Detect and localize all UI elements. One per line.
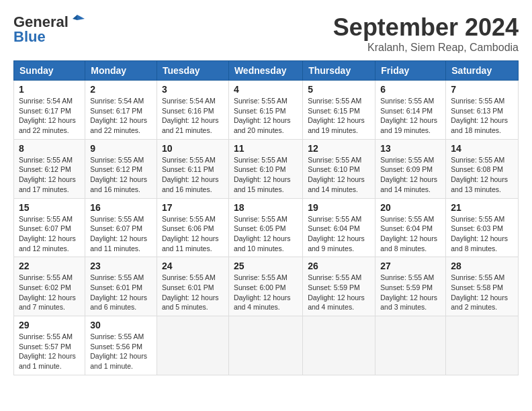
day-info: Sunrise: 5:55 AM Sunset: 6:04 PM Dayligh… [308, 214, 370, 254]
logo-bird-icon [70, 13, 85, 28]
day-info: Sunrise: 5:55 AM Sunset: 6:12 PM Dayligh… [19, 155, 80, 195]
day-info: Sunrise: 5:55 AM Sunset: 6:08 PM Dayligh… [451, 155, 513, 195]
calendar-cell: 4Sunrise: 5:55 AM Sunset: 6:15 PM Daylig… [228, 81, 302, 140]
day-number: 6 [380, 84, 441, 95]
day-number: 18 [234, 202, 298, 213]
day-number: 28 [451, 261, 513, 271]
calendar-cell [303, 316, 375, 375]
calendar-cell: 14Sunrise: 5:55 AM Sunset: 6:08 PM Dayli… [446, 139, 519, 198]
weekday-header-tuesday: Tuesday [157, 61, 228, 81]
day-number: 22 [19, 261, 80, 271]
day-number: 16 [90, 202, 152, 213]
day-info: Sunrise: 5:54 AM Sunset: 6:17 PM Dayligh… [90, 96, 152, 136]
calendar-table: SundayMondayTuesdayWednesdayThursdayFrid… [13, 60, 519, 375]
calendar-cell: 17Sunrise: 5:55 AM Sunset: 6:06 PM Dayli… [157, 198, 228, 257]
calendar-cell: 29Sunrise: 5:55 AM Sunset: 5:57 PM Dayli… [14, 316, 85, 375]
day-number: 26 [308, 261, 370, 271]
header: General Blue September 2024 Kralanh, Sie… [13, 13, 519, 54]
calendar-cell: 11Sunrise: 5:55 AM Sunset: 6:10 PM Dayli… [228, 139, 302, 198]
day-number: 3 [162, 84, 224, 95]
month-title: September 2024 [333, 13, 519, 42]
calendar-cell: 7Sunrise: 5:55 AM Sunset: 6:13 PM Daylig… [446, 81, 519, 140]
day-info: Sunrise: 5:54 AM Sunset: 6:17 PM Dayligh… [19, 96, 80, 136]
calendar-week-2: 8Sunrise: 5:55 AM Sunset: 6:12 PM Daylig… [14, 139, 519, 198]
day-info: Sunrise: 5:54 AM Sunset: 6:16 PM Dayligh… [162, 96, 224, 136]
calendar-cell: 25Sunrise: 5:55 AM Sunset: 6:00 PM Dayli… [228, 257, 302, 316]
calendar-cell: 2Sunrise: 5:54 AM Sunset: 6:17 PM Daylig… [85, 81, 157, 140]
day-info: Sunrise: 5:55 AM Sunset: 5:57 PM Dayligh… [19, 332, 80, 371]
calendar-cell: 23Sunrise: 5:55 AM Sunset: 6:01 PM Dayli… [85, 257, 157, 316]
day-info: Sunrise: 5:55 AM Sunset: 6:12 PM Dayligh… [90, 155, 152, 195]
day-number: 2 [90, 84, 152, 95]
weekday-header-wednesday: Wednesday [228, 61, 302, 81]
calendar-cell: 3Sunrise: 5:54 AM Sunset: 6:16 PM Daylig… [157, 81, 228, 140]
location-title: Kralanh, Siem Reap, Cambodia [333, 42, 519, 54]
svg-marker-1 [73, 15, 77, 20]
day-number: 11 [234, 143, 298, 154]
calendar-cell: 24Sunrise: 5:55 AM Sunset: 6:01 PM Dayli… [157, 257, 228, 316]
day-info: Sunrise: 5:55 AM Sunset: 6:00 PM Dayligh… [234, 273, 298, 312]
calendar-cell [228, 316, 302, 375]
day-info: Sunrise: 5:55 AM Sunset: 6:14 PM Dayligh… [380, 96, 441, 136]
day-number: 17 [162, 202, 224, 213]
calendar-cell: 22Sunrise: 5:55 AM Sunset: 6:02 PM Dayli… [14, 257, 85, 316]
day-info: Sunrise: 5:55 AM Sunset: 6:07 PM Dayligh… [19, 214, 80, 254]
day-number: 1 [19, 84, 80, 95]
calendar-cell [157, 316, 228, 375]
calendar-cell [375, 316, 446, 375]
calendar-cell: 19Sunrise: 5:55 AM Sunset: 6:04 PM Dayli… [303, 198, 375, 257]
day-info: Sunrise: 5:55 AM Sunset: 6:07 PM Dayligh… [90, 214, 152, 254]
day-info: Sunrise: 5:55 AM Sunset: 6:04 PM Dayligh… [380, 214, 441, 254]
calendar-cell: 13Sunrise: 5:55 AM Sunset: 6:09 PM Dayli… [375, 139, 446, 198]
day-info: Sunrise: 5:55 AM Sunset: 5:58 PM Dayligh… [451, 273, 513, 312]
day-info: Sunrise: 5:55 AM Sunset: 5:56 PM Dayligh… [90, 332, 152, 371]
day-info: Sunrise: 5:55 AM Sunset: 6:01 PM Dayligh… [162, 273, 224, 312]
weekday-header-monday: Monday [85, 61, 157, 81]
day-info: Sunrise: 5:55 AM Sunset: 6:09 PM Dayligh… [380, 155, 441, 195]
day-info: Sunrise: 5:55 AM Sunset: 6:15 PM Dayligh… [308, 96, 370, 136]
day-number: 10 [162, 143, 224, 154]
day-info: Sunrise: 5:55 AM Sunset: 6:01 PM Dayligh… [90, 273, 152, 312]
calendar-cell: 5Sunrise: 5:55 AM Sunset: 6:15 PM Daylig… [303, 81, 375, 140]
day-number: 19 [308, 202, 370, 213]
day-number: 24 [162, 261, 224, 271]
calendar-week-3: 15Sunrise: 5:55 AM Sunset: 6:07 PM Dayli… [14, 198, 519, 257]
weekday-header-friday: Friday [375, 61, 446, 81]
day-number: 13 [380, 143, 441, 154]
day-info: Sunrise: 5:55 AM Sunset: 6:05 PM Dayligh… [234, 214, 298, 254]
day-number: 12 [308, 143, 370, 154]
day-info: Sunrise: 5:55 AM Sunset: 6:13 PM Dayligh… [451, 96, 513, 136]
day-number: 14 [451, 143, 513, 154]
day-number: 20 [380, 202, 441, 213]
day-info: Sunrise: 5:55 AM Sunset: 6:15 PM Dayligh… [234, 96, 298, 136]
calendar-week-5: 29Sunrise: 5:55 AM Sunset: 5:57 PM Dayli… [14, 316, 519, 375]
calendar-cell: 8Sunrise: 5:55 AM Sunset: 6:12 PM Daylig… [14, 139, 85, 198]
calendar-cell: 16Sunrise: 5:55 AM Sunset: 6:07 PM Dayli… [85, 198, 157, 257]
calendar-week-1: 1Sunrise: 5:54 AM Sunset: 6:17 PM Daylig… [14, 81, 519, 140]
day-info: Sunrise: 5:55 AM Sunset: 6:11 PM Dayligh… [162, 155, 224, 195]
day-info: Sunrise: 5:55 AM Sunset: 6:06 PM Dayligh… [162, 214, 224, 254]
day-number: 8 [19, 143, 80, 154]
day-number: 9 [90, 143, 152, 154]
calendar-cell: 20Sunrise: 5:55 AM Sunset: 6:04 PM Dayli… [375, 198, 446, 257]
weekday-header-saturday: Saturday [446, 61, 519, 81]
weekday-header-thursday: Thursday [303, 61, 375, 81]
weekday-header-sunday: Sunday [14, 61, 85, 81]
day-number: 7 [451, 84, 513, 95]
day-info: Sunrise: 5:55 AM Sunset: 6:10 PM Dayligh… [234, 155, 298, 195]
calendar-week-4: 22Sunrise: 5:55 AM Sunset: 6:02 PM Dayli… [14, 257, 519, 316]
calendar-cell: 27Sunrise: 5:55 AM Sunset: 5:59 PM Dayli… [375, 257, 446, 316]
calendar-cell: 28Sunrise: 5:55 AM Sunset: 5:58 PM Dayli… [446, 257, 519, 316]
day-info: Sunrise: 5:55 AM Sunset: 6:10 PM Dayligh… [308, 155, 370, 195]
day-info: Sunrise: 5:55 AM Sunset: 6:02 PM Dayligh… [19, 273, 80, 312]
calendar-cell: 9Sunrise: 5:55 AM Sunset: 6:12 PM Daylig… [85, 139, 157, 198]
day-number: 21 [451, 202, 513, 213]
day-number: 27 [380, 261, 441, 271]
title-area: September 2024 Kralanh, Siem Reap, Cambo… [333, 13, 519, 54]
calendar-cell: 30Sunrise: 5:55 AM Sunset: 5:56 PM Dayli… [85, 316, 157, 375]
calendar-cell: 18Sunrise: 5:55 AM Sunset: 6:05 PM Dayli… [228, 198, 302, 257]
calendar-cell: 1Sunrise: 5:54 AM Sunset: 6:17 PM Daylig… [14, 81, 85, 140]
logo-blue: Blue [13, 28, 46, 46]
day-number: 5 [308, 84, 370, 95]
calendar-cell: 12Sunrise: 5:55 AM Sunset: 6:10 PM Dayli… [303, 139, 375, 198]
